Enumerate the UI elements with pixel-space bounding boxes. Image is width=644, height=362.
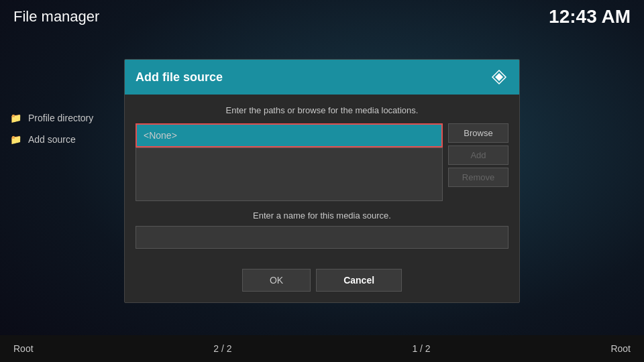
path-field[interactable]: <None> <box>136 123 443 147</box>
browse-button[interactable]: Browse <box>448 123 508 143</box>
dialog-overlay: Add file source Enter the paths or brows… <box>0 0 644 362</box>
path-section: <None> Browse Add Remove <box>136 123 508 201</box>
add-file-source-dialog: Add file source Enter the paths or brows… <box>124 59 520 303</box>
name-section: Enter a name for this media source. <box>136 210 508 249</box>
dialog-title: Add file source <box>136 70 223 84</box>
path-field-empty <box>136 147 443 201</box>
dialog-header: Add file source <box>125 60 519 95</box>
ok-button[interactable]: OK <box>242 269 311 292</box>
dialog-body: Enter the paths or browse for the media … <box>125 95 519 259</box>
dialog-footer: OK Cancel <box>125 259 519 302</box>
path-instruction: Enter the paths or browse for the media … <box>136 105 508 115</box>
name-instruction: Enter a name for this media source. <box>136 210 508 221</box>
add-button[interactable]: Add <box>448 145 508 165</box>
name-field[interactable] <box>136 226 508 249</box>
cancel-button[interactable]: Cancel <box>316 269 402 292</box>
kodi-logo-icon <box>490 68 508 86</box>
svg-marker-1 <box>495 73 503 81</box>
path-buttons: Browse Add Remove <box>448 123 508 201</box>
remove-button[interactable]: Remove <box>448 168 508 187</box>
path-input-area: <None> <box>136 123 443 201</box>
